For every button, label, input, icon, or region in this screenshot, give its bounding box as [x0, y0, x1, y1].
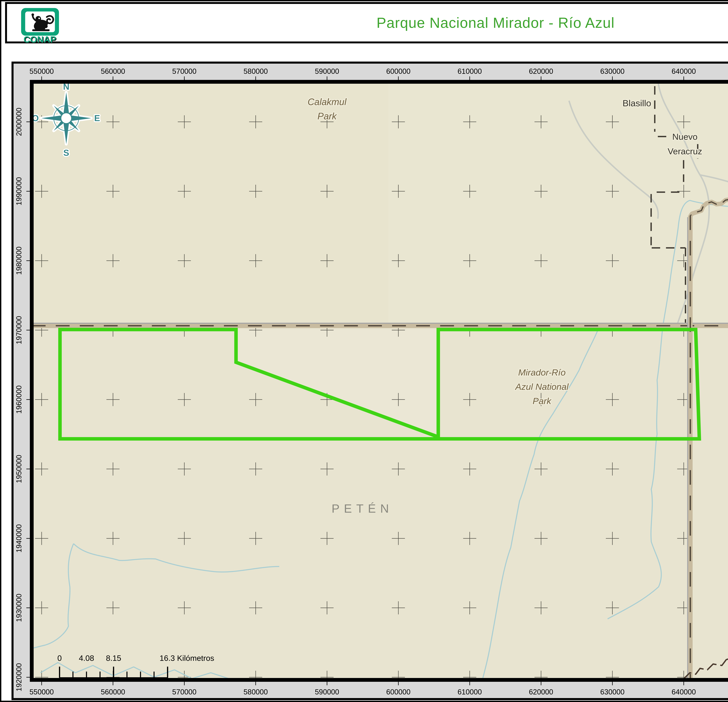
svg-text:Park: Park	[318, 111, 337, 121]
axis-label-x: 560000	[101, 67, 125, 75]
axis-label-y: 1920000	[15, 663, 23, 692]
scale-quarter: 4.08	[79, 654, 94, 662]
mirador-label: Mirador-Río	[518, 368, 566, 378]
axis-label-y: 1930000	[15, 594, 23, 622]
axis-label-y: 1980000	[15, 246, 23, 275]
scale-half: 8.15	[106, 654, 121, 662]
axis-label-y: 1950000	[15, 455, 23, 483]
nuevo-veracruz-label: Nuevo	[672, 132, 698, 141]
axis-label-x: 550000	[30, 67, 54, 75]
page-title: Parque Nacional Mirador - Río Azul	[7, 4, 728, 42]
axis-label-x: 640000	[672, 67, 696, 75]
axis-label-x: 610000	[458, 67, 482, 75]
axis-label-x: 550000	[30, 688, 54, 696]
axis-label-x: 630000	[600, 688, 625, 696]
axis-label-x: 610000	[458, 688, 482, 696]
peten-label: PETÉN	[332, 502, 393, 515]
axis-label-x: 620000	[529, 688, 553, 696]
scale-0: 0	[57, 654, 62, 662]
axis-label-x: 590000	[315, 67, 339, 75]
axis-label-x: 600000	[386, 67, 410, 75]
header-bar: CONAP CONAP Parque Nacional Mirador - Rí…	[5, 2, 728, 43]
main-map-frame: Calakmul Park Blasillo Nuevo Veracruz Mi…	[12, 62, 728, 700]
axis-label-y: 1940000	[15, 524, 23, 553]
axis-label-x: 630000	[600, 67, 625, 75]
axis-label-y: 1970000	[15, 316, 23, 345]
axis-label-x: 580000	[244, 67, 268, 75]
svg-text:Veracruz: Veracruz	[668, 146, 702, 156]
main-map: Calakmul Park Blasillo Nuevo Veracruz Mi…	[13, 63, 728, 698]
axis-label-y: 1960000	[15, 385, 23, 414]
axis-label-x: 570000	[172, 67, 196, 75]
axis-label-x: 640000	[672, 688, 696, 696]
axis-label-x: 570000	[172, 688, 196, 696]
axis-label-x: 560000	[101, 688, 125, 696]
svg-text:Park: Park	[533, 396, 552, 406]
axis-label-y: 2000000	[15, 108, 23, 136]
axis-label-x: 620000	[529, 67, 553, 75]
scale-full: 16.3 Kilómetros	[160, 654, 214, 662]
axis-label-x: 600000	[386, 688, 410, 696]
axis-label-x: 590000	[315, 688, 339, 696]
svg-text:Azul National: Azul National	[515, 382, 569, 392]
axis-label-y: 1990000	[15, 177, 23, 206]
compass-e: E	[94, 113, 100, 123]
axis-label-x: 580000	[244, 688, 268, 696]
blasillo-label: Blasillo	[623, 98, 651, 108]
compass-s: S	[64, 148, 69, 158]
calakmul-label: Calakmul	[308, 97, 347, 107]
